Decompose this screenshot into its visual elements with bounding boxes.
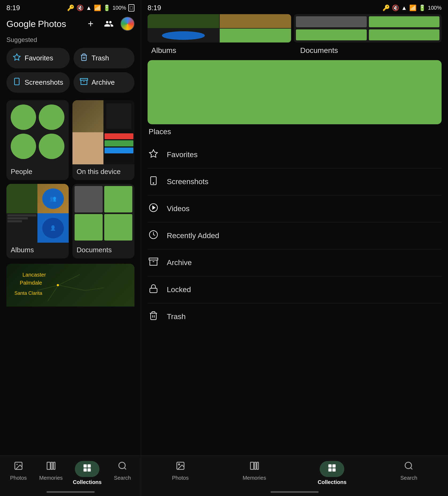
screenshots-list-label: Screenshots (167, 177, 208, 186)
collection-card-documents[interactable]: Documents (72, 184, 135, 258)
suggested-item-archive[interactable]: Archive (74, 72, 134, 93)
memories-nav-label-right: Memories (243, 475, 266, 481)
status-icons-right: 🔑 🔇 ▲ 📶 🔋 100% (383, 5, 442, 11)
archive-icon (80, 78, 88, 87)
nav-photos-left[interactable]: Photos (8, 461, 29, 485)
right-panel: 8:19 🔑 🔇 ▲ 📶 🔋 100% (141, 0, 448, 496)
svg-rect-37 (329, 468, 332, 472)
bottom-nav-right: Photos Memories (141, 455, 448, 496)
collections-icon (82, 465, 92, 475)
search-icon (118, 461, 127, 473)
svg-rect-12 (53, 462, 55, 470)
search-nav-label: Search (114, 475, 131, 481)
svg-marker-19 (149, 150, 157, 157)
people-label: People (6, 164, 69, 180)
header-icons: + (84, 17, 134, 31)
list-item-screenshots[interactable]: Screenshots (148, 168, 442, 195)
svg-rect-34 (257, 462, 258, 470)
svg-point-17 (119, 462, 125, 469)
favorites-label: Favorites (25, 54, 53, 62)
list-item-recently-added[interactable]: Recently Added (148, 222, 442, 249)
nav-photos-right[interactable]: Photos (170, 461, 191, 485)
places-preview[interactable]: Lancaster Palmdale Santa Clarita (0, 264, 141, 312)
lock-list-icon (148, 284, 159, 296)
photos-icon (14, 461, 23, 473)
status-bar-right: 8:19 🔑 🔇 ▲ 📶 🔋 100% (141, 0, 448, 14)
documents-section[interactable]: Documents (296, 46, 442, 55)
locked-list-label: Locked (167, 285, 191, 294)
home-indicator-left (47, 491, 95, 493)
suggested-item-favorites[interactable]: Favorites (6, 48, 70, 68)
right-scroll-content: Albums Documents Places Favorites (141, 14, 448, 496)
albums-thumb: 👥 👤 (6, 184, 69, 243)
screenshots-list-icon (148, 176, 159, 188)
nav-memories-right[interactable]: Memories (243, 461, 266, 485)
nav-search-right[interactable]: Search (398, 461, 419, 485)
shared-button[interactable] (102, 17, 115, 30)
archive-list-icon (148, 257, 159, 269)
list-item-favorites[interactable]: Favorites (148, 141, 442, 168)
albums-section[interactable]: Albums (148, 46, 293, 55)
svg-rect-16 (88, 468, 91, 472)
list-section: Favorites Screenshots (141, 141, 448, 330)
on-device-thumb (72, 100, 135, 164)
cropped-top (141, 14, 448, 46)
collections-nav-label: Collections (73, 479, 102, 485)
collections-icon-right (327, 465, 337, 475)
list-item-locked[interactable]: Locked (148, 276, 442, 303)
photos-text: Photos (38, 19, 66, 29)
collection-card-on-device[interactable]: On this device (72, 100, 135, 180)
trash-label: Trash (92, 54, 109, 62)
collection-card-people[interactable]: People (6, 100, 69, 180)
status-icons-left: 🔑 🔇 ▲ 📶 🔋 100% □ (67, 4, 134, 11)
time-right: 8:19 (148, 4, 161, 12)
svg-point-9 (16, 464, 18, 465)
archive-label: Archive (92, 78, 115, 87)
nav-collections-right[interactable]: Collections (318, 461, 347, 485)
svg-point-21 (153, 183, 154, 184)
add-button[interactable]: + (84, 17, 97, 30)
left-header: Google Photos + (0, 14, 141, 36)
time-left: 8:19 (6, 4, 20, 12)
svg-rect-11 (51, 462, 53, 470)
star-list-icon (148, 149, 159, 161)
list-item-archive[interactable]: Archive (148, 249, 442, 276)
svg-line-18 (124, 468, 126, 470)
svg-point-39 (405, 462, 412, 469)
google-text: Google (6, 19, 36, 29)
left-scroll-content: Suggested Favorites (0, 36, 141, 496)
list-item-videos[interactable]: Videos (148, 195, 442, 222)
svg-rect-5 (80, 79, 88, 80)
documents-right-label: Documents (296, 44, 342, 58)
places-section[interactable]: Places (141, 60, 448, 141)
svg-point-31 (178, 464, 180, 465)
documents-label: Documents (72, 243, 135, 258)
svg-rect-35 (329, 464, 332, 468)
status-bar-left: 8:19 🔑 🔇 ▲ 📶 🔋 100% □ (0, 0, 141, 14)
suggested-item-trash[interactable]: Trash (74, 48, 134, 68)
suggested-grid: Favorites Trash (0, 48, 141, 100)
photos-icon-right (176, 461, 185, 473)
nav-search-left[interactable]: Search (112, 461, 133, 485)
bottom-nav-left: Photos Memories (0, 455, 141, 496)
videos-list-icon (148, 203, 159, 215)
nav-collections-left[interactable]: Collections (73, 461, 102, 485)
search-nav-label-right: Search (400, 475, 417, 481)
documents-thumb (72, 184, 135, 243)
avatar[interactable] (121, 17, 134, 31)
places-thumbnail (148, 60, 442, 124)
screenshots-label: Screenshots (25, 78, 63, 87)
svg-rect-38 (333, 468, 336, 472)
videos-list-label: Videos (167, 204, 190, 213)
list-item-trash[interactable]: Trash (148, 303, 442, 330)
suggested-item-screenshots[interactable]: Screenshots (6, 72, 70, 93)
svg-rect-15 (84, 468, 87, 472)
svg-line-40 (411, 468, 412, 470)
svg-rect-13 (84, 464, 87, 468)
on-device-label: On this device (72, 164, 135, 180)
collections-grid-left: People (0, 100, 141, 264)
collections-nav-label-right: Collections (318, 479, 347, 485)
collection-card-albums[interactable]: 👥 👤 (6, 184, 69, 258)
svg-rect-25 (149, 258, 158, 260)
nav-memories-left[interactable]: Memories (39, 461, 63, 485)
